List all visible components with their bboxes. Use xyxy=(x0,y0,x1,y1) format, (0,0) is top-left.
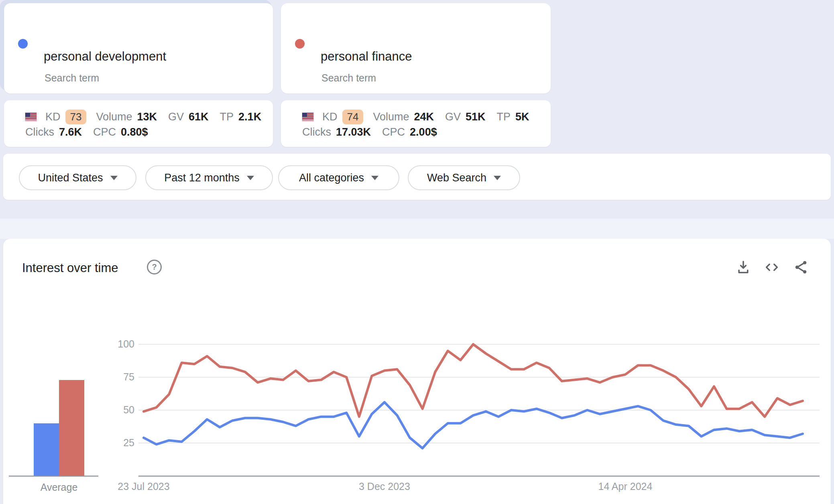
volume-value: 13K xyxy=(137,111,157,123)
clicks-label: Clicks xyxy=(302,126,331,138)
average-bar-blue xyxy=(34,423,59,476)
search-term-title: personal finance xyxy=(321,49,412,64)
kd-badge: 74 xyxy=(342,110,364,124)
cpc-value: 2.00$ xyxy=(410,126,437,138)
search-type-filter-label: Web Search xyxy=(427,172,486,184)
embed-code-icon[interactable] xyxy=(764,259,780,275)
kd-label: KD xyxy=(322,111,338,123)
cpc-label: CPC xyxy=(93,126,116,138)
chevron-down-icon xyxy=(110,176,118,180)
y-axis-tick-label: 75 xyxy=(94,371,134,383)
google-trends-explore-page: personal development Search term persona… xyxy=(0,0,834,504)
x-axis-line xyxy=(138,476,820,477)
y-axis-tick-label: 50 xyxy=(94,404,134,416)
region-filter-dropdown[interactable]: United States xyxy=(19,165,136,190)
panel-title: Interest over time xyxy=(22,261,118,275)
volume-value: 24K xyxy=(414,111,434,123)
volume-label: Volume xyxy=(373,111,409,123)
chevron-down-icon xyxy=(371,176,378,180)
question-mark-glyph: ? xyxy=(152,262,157,272)
x-axis-date-label: 23 Jul 2023 xyxy=(118,481,169,492)
y-gridline xyxy=(138,344,820,345)
clicks-value: 17.03K xyxy=(336,126,371,138)
metrics-line-1: KD 74 Volume 24K GV 51K TP 5K xyxy=(302,109,551,124)
seo-metrics-card-1: KD 73 Volume 13K GV 61K TP 2.1K Clicks 7… xyxy=(4,100,273,147)
y-gridline xyxy=(138,443,820,443)
gv-value: 61K xyxy=(189,111,209,123)
search-term-title: personal development xyxy=(44,49,166,64)
us-flag-icon xyxy=(302,113,313,121)
seo-metrics-card-2: KD 74 Volume 24K GV 51K TP 5K Clicks 17.… xyxy=(281,100,551,147)
gv-label: GV xyxy=(445,111,461,123)
x-axis-date-label: 14 Apr 2024 xyxy=(598,481,653,492)
search-term-card-1[interactable]: personal development Search term xyxy=(4,3,273,93)
chevron-down-icon xyxy=(494,176,501,180)
volume-label: Volume xyxy=(96,111,132,123)
tp-label: TP xyxy=(497,111,511,123)
us-flag-icon xyxy=(25,113,37,121)
y-gridline xyxy=(138,410,820,411)
average-label: Average xyxy=(41,482,78,493)
y-axis-tick-label: 25 xyxy=(94,437,134,449)
share-icon[interactable] xyxy=(793,259,809,275)
y-axis-tick-label: 100 xyxy=(94,338,134,350)
kd-label: KD xyxy=(45,111,61,123)
search-term-type: Search term xyxy=(45,72,99,84)
y-gridline xyxy=(138,377,820,378)
series-color-dot xyxy=(295,39,305,49)
tp-value: 2.1K xyxy=(238,111,261,123)
search-type-filter-dropdown[interactable]: Web Search xyxy=(408,165,520,190)
chevron-down-icon xyxy=(247,176,254,180)
metrics-line-2: Clicks 7.6K CPC 0.80$ xyxy=(25,124,273,140)
series-color-dot xyxy=(18,39,28,49)
category-filter-dropdown[interactable]: All categories xyxy=(278,165,399,190)
search-term-card-2[interactable]: personal finance Search term xyxy=(281,3,551,93)
time-range-filter-label: Past 12 months xyxy=(164,172,240,184)
filter-bar: United States Past 12 months All categor… xyxy=(3,154,831,200)
clicks-value: 7.6K xyxy=(59,126,82,138)
section-background-band xyxy=(0,219,834,239)
gv-label: GV xyxy=(168,111,184,123)
download-icon[interactable] xyxy=(735,259,751,275)
search-term-type: Search term xyxy=(321,72,376,84)
cpc-value: 0.80$ xyxy=(121,126,148,138)
time-range-filter-dropdown[interactable]: Past 12 months xyxy=(145,165,273,190)
gv-value: 51K xyxy=(466,111,486,123)
help-icon[interactable]: ? xyxy=(147,260,162,274)
metrics-line-1: KD 73 Volume 13K GV 61K TP 2.1K xyxy=(25,109,273,124)
category-filter-label: All categories xyxy=(299,172,364,184)
kd-badge: 73 xyxy=(65,110,87,124)
x-axis-date-label: 3 Dec 2023 xyxy=(359,481,410,492)
average-bar-red xyxy=(59,380,84,476)
metrics-line-2: Clicks 17.03K CPC 2.00$ xyxy=(302,124,551,140)
tp-value: 5K xyxy=(515,111,529,123)
clicks-label: Clicks xyxy=(25,126,54,138)
tp-label: TP xyxy=(220,111,234,123)
cpc-label: CPC xyxy=(382,126,405,138)
region-filter-label: United States xyxy=(38,172,103,184)
